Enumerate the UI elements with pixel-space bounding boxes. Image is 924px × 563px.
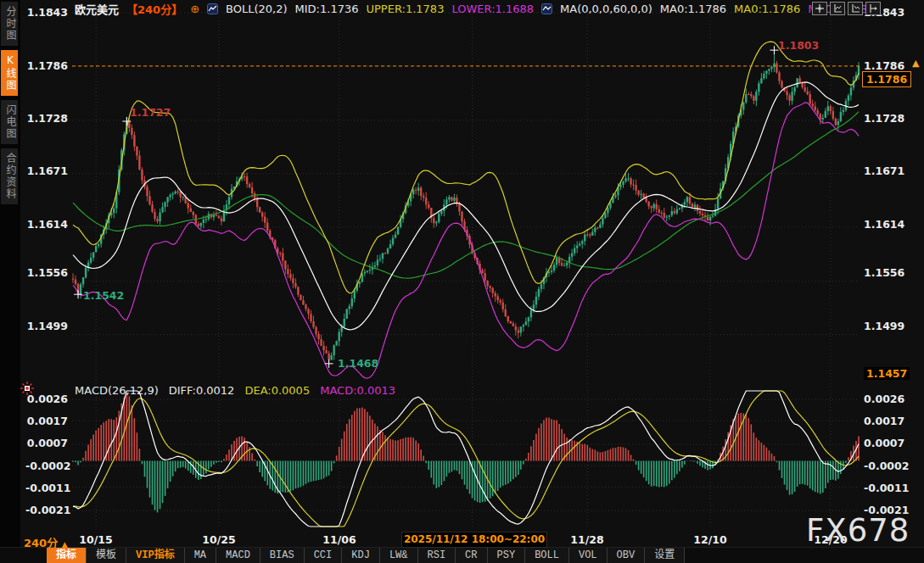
macd-tick-left: -0.0021 [25, 504, 68, 516]
price-tick-left: 1.1556 [25, 266, 68, 279]
date-tick: 11/06 [322, 533, 356, 546]
macd-tick-right: 0.0007 [864, 437, 904, 449]
trading-app-window: 分时图 K线图 闪电图 合约资料 欧元美元 【240分】 ⊕ BOLL(20,2… [0, 0, 924, 563]
macd-tick-right: -0.0002 [864, 460, 909, 472]
tab-rsi[interactable]: RSI [418, 548, 456, 563]
ma0-value-white: MA0:1.1786 [660, 3, 726, 15]
tab-cci[interactable]: CCI [305, 548, 343, 563]
price-tick-right: 1.1786 [864, 59, 904, 72]
tab-vol[interactable]: VOL [569, 548, 608, 563]
price-tick-left: 1.1671 [25, 164, 68, 177]
tab-bias[interactable]: BIAS [260, 548, 305, 563]
tab-cr[interactable]: CR [456, 548, 487, 563]
price-tick-left: 1.1786 [25, 59, 68, 72]
date-tick: 11/28 [570, 533, 603, 546]
price-tick-right: 1.1614 [864, 218, 904, 231]
tab-vip-indicator[interactable]: VIP指标 [126, 548, 185, 563]
boll-lower-value: LOWER:1.1688 [451, 3, 534, 15]
price-tick-left: 1.1614 [25, 218, 68, 231]
tab-macd[interactable]: MACD [216, 548, 260, 563]
chart-header: 欧元美元 【240分】 ⊕ BOLL(20,2) MID:1.1736 UPPE… [75, 2, 875, 15]
axis-scale-left-button[interactable] [830, 2, 845, 15]
period-tag: 【240分】 [126, 1, 182, 17]
annotation-low-left-price: 1.1542 [83, 289, 124, 302]
tab-template[interactable]: 模板 [87, 548, 126, 563]
fx678-watermark: FX678 [806, 512, 910, 549]
price-tick-left: 1.1728 [25, 112, 68, 125]
annotation-low-mid-price: 1.1468 [338, 357, 378, 370]
date-tick: 12/10 [693, 533, 726, 546]
macd-diff-value: DIFF:0.0012 [169, 384, 235, 397]
boll-mid-value: MID:1.1736 [295, 3, 359, 15]
price-tick-left: 1.1499 [25, 320, 68, 332]
macd-tick-right: 0.0017 [864, 415, 904, 427]
price-up-arrow-icon: ▲ [912, 58, 919, 69]
tab-ma[interactable]: MA [185, 548, 216, 563]
tab-indicator[interactable]: 指标 [47, 548, 87, 563]
chart-toolbar-topright [809, 2, 881, 15]
ma-indicator-icon[interactable] [541, 3, 552, 14]
tab-psy[interactable]: PSY [488, 548, 526, 563]
selected-candle-time-badge: 2025/11/12 18:00~22:00 三 [401, 532, 547, 548]
annotation-peak-price: 1.1727 [130, 106, 171, 119]
macd-tick-right: -0.0011 [864, 482, 909, 494]
macd-tick-left: -0.0011 [25, 482, 68, 494]
macd-tick-left: 0.0026 [25, 393, 68, 405]
axis-scale-right-button[interactable] [848, 2, 863, 15]
tab-lwr[interactable]: LW& [380, 548, 418, 563]
boll-indicator-icon[interactable] [207, 3, 218, 14]
tab-obv[interactable]: OBV [608, 548, 646, 563]
price-tick-right: 1.1556 [864, 266, 904, 279]
kline-chart-canvas[interactable] [0, 0, 924, 563]
date-tick: 10/15 [79, 533, 112, 546]
add-compare-icon[interactable]: ⊕ [190, 3, 199, 15]
tab-kdj[interactable]: KDJ [342, 548, 380, 563]
macd-dea-value: DEA:0.0005 [244, 384, 310, 397]
macd-tick-left: 0.0007 [25, 437, 68, 449]
price-tick-right: 1.1499 [864, 320, 904, 332]
ma-label: MA(0,0,0,60,0,0) [560, 3, 652, 15]
pan-tool-button[interactable] [812, 2, 827, 15]
low-price-badge: 1.1457 [864, 367, 910, 380]
macd-header: MACD(26,12,9) DIFF:0.0012 DEA:0.0005 MAC… [75, 384, 395, 397]
tab-settings[interactable]: 设置 [645, 548, 685, 563]
tab-boll[interactable]: BOLL [525, 548, 569, 563]
boll-label: BOLL(20,2) [226, 3, 288, 15]
macd-tick-left: 0.0017 [25, 415, 68, 427]
annotation-high-price: 1.1803 [778, 39, 819, 52]
price-tick-left: 1.1843 [25, 6, 68, 19]
current-price-badge: 1.1786 [862, 71, 911, 87]
macd-tick-right: 0.0026 [864, 393, 904, 405]
date-tick: 10/25 [202, 533, 235, 546]
price-tick-right: 1.1671 [864, 164, 904, 177]
macd-tick-left: -0.0002 [25, 460, 68, 472]
macd-value: MACD:0.0013 [320, 384, 395, 397]
symbol-name: 欧元美元 [75, 1, 119, 17]
price-tick-right: 1.1728 [864, 112, 904, 125]
macd-title: MACD(26,12,9) [75, 384, 159, 397]
ma0-value-yellow: MA0:1.1786 [734, 3, 800, 15]
pane-expand-button[interactable] [865, 2, 881, 15]
boll-upper-value: UPPER:1.1783 [367, 3, 445, 15]
indicator-toolbar: 指标 模板 VIP指标 MA MACD BIAS CCI KDJ LW& RSI… [47, 548, 685, 563]
